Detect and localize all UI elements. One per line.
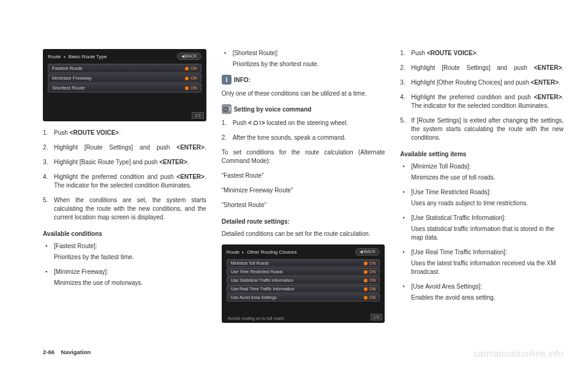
indicator-dot-icon bbox=[364, 270, 368, 274]
list-item: [Use Avoid Area Settings]: Enables the a… bbox=[400, 282, 564, 302]
menu-row: Minimize Freeway ON bbox=[48, 74, 202, 83]
available-setting-heading: Available setting items bbox=[400, 151, 564, 157]
menu-label: Use Avoid Area Settings bbox=[231, 295, 277, 300]
step-item: After the tone sounds, speak a command. bbox=[222, 134, 385, 142]
indicator-dot-icon bbox=[185, 86, 189, 90]
menu-label: Use Real Time Traffic Information bbox=[231, 287, 295, 291]
item-desc: Minimizes the use of motorways. bbox=[54, 279, 206, 287]
menu-label: Use Time Restricted Roads bbox=[231, 270, 283, 274]
item-desc: Prioritizes by the fastest time. bbox=[54, 253, 206, 262]
breadcrumb-root: Route bbox=[48, 54, 61, 59]
step-item: Push < > located on the steering wheel. bbox=[222, 119, 385, 127]
breadcrumb: Route ▸ Basic Route Type bbox=[48, 54, 107, 59]
list-item: [Use Real Time Traffic Information]: Use… bbox=[400, 248, 564, 276]
watermark: carmanualsonline.info bbox=[473, 349, 564, 358]
list-item: [Minimize Toll Roads]: Minimizes the use… bbox=[400, 162, 564, 182]
available-conditions-heading: Available conditions bbox=[43, 230, 206, 237]
bullet-list: [Minimize Toll Roads]: Minimizes the use… bbox=[400, 162, 564, 308]
step-item: Highlight the preferred condition and pu… bbox=[43, 173, 206, 190]
step-item: Highlight the preferred condition and pu… bbox=[400, 93, 564, 110]
item-title: [Use Avoid Area Settings]: bbox=[411, 283, 481, 290]
step-item: When the conditions are set, the system … bbox=[43, 196, 206, 222]
voice-command-label: Setting by voice command bbox=[222, 104, 385, 114]
column-1: Route ▸ Basic Route Type ◀ BACK Fastest … bbox=[43, 49, 206, 331]
list-item: [Minimize Freeway]: Minimizes the use of… bbox=[43, 268, 206, 287]
steps-list: Push <ROUTE VOICE>. Highlight [Route Set… bbox=[400, 49, 564, 148]
indicator-dot-icon bbox=[185, 67, 189, 70]
breadcrumb-root: Route bbox=[227, 249, 239, 255]
pager: 1/8 bbox=[371, 314, 383, 320]
bullet-list: [Shortest Route]: Prioritizes by the sho… bbox=[222, 49, 385, 75]
step-item: Highlight [Route Settings] and push <ENT… bbox=[43, 143, 206, 152]
item-desc: Uses any roads subject to time restricti… bbox=[411, 199, 564, 208]
detailed-text: Detailed conditions can be set for the r… bbox=[222, 230, 385, 238]
item-title: [Minimize Toll Roads]: bbox=[411, 163, 470, 170]
indicator-dot-icon bbox=[364, 279, 368, 282]
item-desc: Enables the avoid area setting. bbox=[411, 293, 564, 302]
on-label: ON bbox=[190, 76, 197, 80]
talk-icon bbox=[254, 120, 260, 125]
menu-row: Fastest Route ON bbox=[48, 64, 202, 73]
voice-command: “Minimize Freeway Route” bbox=[222, 186, 385, 195]
item-desc: Uses statistical traffic information tha… bbox=[411, 225, 564, 242]
step-item: Push <ROUTE VOICE>. bbox=[400, 49, 564, 58]
menu-row: Shortest Route ON bbox=[48, 83, 202, 93]
step-item: Highlight [Route Settings] and push <ENT… bbox=[400, 64, 564, 72]
indicator-dot-icon bbox=[364, 296, 368, 300]
list-item: [Use Statistical Traffic Information]: U… bbox=[400, 214, 564, 242]
on-label: ON bbox=[369, 278, 376, 282]
page-footer: 2-66 Navigation carmanualsonline.info bbox=[43, 349, 564, 358]
back-button: ◀ BACK bbox=[355, 248, 380, 255]
menu-label: Minimize Freeway bbox=[52, 75, 91, 81]
menu-row: Use Avoid Area Settings ON bbox=[227, 293, 380, 301]
menu-label: Shortest Route bbox=[52, 85, 85, 91]
screenshot-other-routing-choices: Route ▸ Other Routing Choices ◀ BACK Min… bbox=[222, 244, 385, 323]
breadcrumb-sub: Other Routing Choices bbox=[247, 249, 297, 255]
indicator-dot-icon bbox=[364, 287, 368, 291]
voice-icon bbox=[222, 104, 232, 114]
column-2: [Shortest Route]: Prioritizes by the sho… bbox=[222, 49, 385, 331]
on-label: ON bbox=[369, 270, 376, 274]
chevron-right-icon: ▸ bbox=[242, 249, 244, 255]
screen-footer: Avoids routing on to toll roads bbox=[228, 316, 284, 320]
voice-command: “Fastest Route” bbox=[222, 172, 385, 180]
step-item: If [Route Settings] is exited after chan… bbox=[400, 116, 564, 142]
item-title: [Use Time Restricted Roads]: bbox=[411, 189, 491, 195]
step-item: Highlight [Basic Route Type] and push <E… bbox=[43, 158, 206, 167]
voice-command: “Shortest Route” bbox=[222, 201, 385, 210]
indicator-dot-icon bbox=[364, 262, 368, 265]
menu-row: Minimize Toll Roads ON bbox=[227, 259, 380, 267]
on-label: ON bbox=[369, 287, 376, 291]
menu-row: Use Statistical Traffic Information ON bbox=[227, 276, 380, 284]
item-desc: Uses the latest traffic information rece… bbox=[411, 259, 564, 276]
detailed-heading: Detailed route settings: bbox=[222, 218, 385, 225]
item-title: [Shortest Route]: bbox=[233, 50, 279, 56]
info-text: Only one of these conditions can be util… bbox=[222, 89, 385, 98]
menu-label: Minimize Toll Roads bbox=[231, 261, 269, 265]
item-title: [Use Real Time Traffic Information]: bbox=[411, 249, 507, 255]
on-label: ON bbox=[190, 86, 197, 90]
column-3: Push <ROUTE VOICE>. Highlight [Route Set… bbox=[400, 49, 564, 331]
page-number: 2-66 bbox=[43, 349, 55, 355]
back-button: ◀ BACK bbox=[177, 53, 202, 60]
steps-list: Push <ROUTE VOICE>. Highlight [Route Set… bbox=[43, 129, 206, 228]
bullet-list: [Fastest Route]: Prioritizes by the fast… bbox=[43, 242, 206, 293]
info-label: i INFO: bbox=[222, 75, 385, 85]
chevron-right-icon: ▸ bbox=[64, 54, 66, 59]
on-label: ON bbox=[190, 66, 197, 70]
indicator-dot-icon bbox=[185, 77, 189, 80]
on-label: ON bbox=[369, 261, 376, 265]
voice-intro: To set conditions for the route calculat… bbox=[222, 148, 385, 165]
on-label: ON bbox=[369, 295, 376, 300]
pager: 1/3 bbox=[192, 112, 204, 119]
menu-label: Use Statistical Traffic Information bbox=[231, 278, 293, 282]
section-name: Navigation bbox=[61, 349, 91, 355]
item-desc: Minimizes the use of toll roads. bbox=[411, 173, 564, 182]
breadcrumb: Route ▸ Other Routing Choices bbox=[227, 249, 297, 255]
step-item: Push <ROUTE VOICE>. bbox=[43, 129, 206, 137]
menu-row: Use Real Time Traffic Information ON bbox=[227, 285, 380, 293]
item-title: [Use Statistical Traffic Information]: bbox=[411, 214, 505, 221]
item-desc: Prioritizes by the shortest route. bbox=[233, 60, 385, 69]
item-title: [Minimize Freeway]: bbox=[54, 268, 108, 275]
screenshot-basic-route-type: Route ▸ Basic Route Type ◀ BACK Fastest … bbox=[43, 49, 206, 121]
